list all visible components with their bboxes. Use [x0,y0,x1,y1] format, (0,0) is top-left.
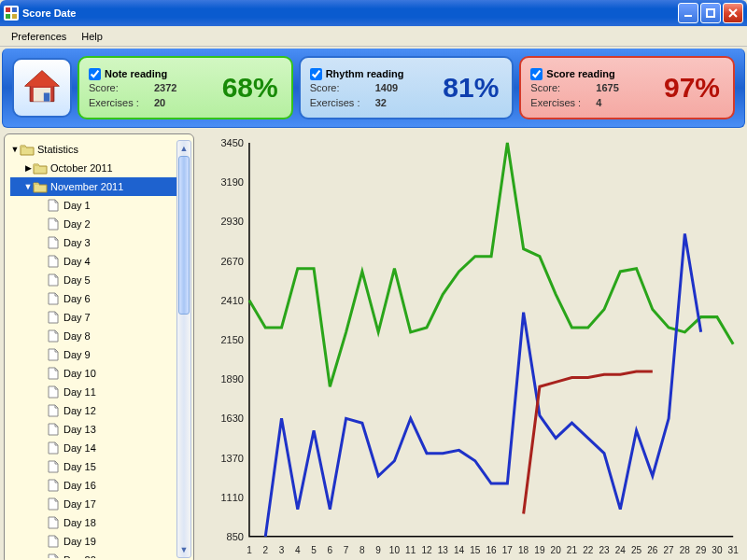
svg-text:17: 17 [502,545,514,555]
tree-day[interactable]: Day 8 [10,327,191,345]
svg-text:3450: 3450 [220,137,244,148]
tree-day[interactable]: Day 18 [10,513,191,532]
svg-rect-4 [12,14,17,19]
svg-text:3190: 3190 [220,176,244,188]
scroll-up-button[interactable]: ▲ [177,141,190,156]
menu-bar: Preferences Help [0,26,747,47]
tree-day[interactable]: Day 5 [10,271,191,289]
tree-label: Day 8 [63,330,91,342]
svg-text:29: 29 [696,545,707,555]
home-button[interactable] [12,58,72,118]
tree-label: Day 18 [63,517,96,528]
tree-day[interactable]: Day 1 [10,196,191,215]
exercises-value: 4 [596,97,642,108]
tree-day[interactable]: Day 9 [10,345,191,364]
tree-month-november-2011[interactable]: ▼November 2011 [10,177,191,196]
document-icon [46,441,61,455]
tree-day[interactable]: Day 3 [10,233,191,252]
tree-day[interactable]: Day 15 [10,457,191,476]
toggle-rhythm-checkbox[interactable] [310,68,322,80]
svg-rect-3 [6,14,10,19]
series-green [249,143,733,386]
svg-text:31: 31 [728,545,740,555]
svg-text:13: 13 [438,545,449,555]
tree-day[interactable]: Day 14 [10,439,191,457]
document-icon [46,497,61,511]
tree-day[interactable]: Day 10 [10,364,191,383]
svg-text:2: 2 [262,545,268,555]
svg-text:12: 12 [421,545,432,555]
document-icon [46,273,61,287]
card-title: Score reading [546,68,614,79]
score-label: Score: [310,82,375,93]
score-value: 1675 [596,82,642,93]
scroll-down-button[interactable]: ▼ [177,542,190,557]
document-icon [46,423,61,436]
tree-day[interactable]: Day 13 [10,420,191,439]
svg-text:24: 24 [615,545,627,555]
document-icon [46,348,61,361]
toggle-note-checkbox[interactable] [89,68,101,80]
tree-day[interactable]: Day 7 [10,308,191,327]
tree-day[interactable]: Day 6 [10,289,191,308]
maximize-button[interactable] [700,3,721,23]
tree-root-statistics[interactable]: ▼Statistics [10,140,191,159]
svg-text:22: 22 [583,545,594,555]
stat-card-rhythm: Rhythm reading Score:1409 Exercises :32 … [299,56,514,119]
svg-text:3: 3 [279,545,285,555]
svg-text:28: 28 [680,545,691,555]
document-icon [46,255,61,268]
svg-text:2410: 2410 [220,295,244,306]
menu-preferences[interactable]: Preferences [4,29,74,44]
card-title: Rhythm reading [326,68,404,79]
tree-day[interactable]: Day 11 [10,383,191,401]
menu-help[interactable]: Help [74,29,110,44]
tree-label: Day 1 [63,200,91,211]
stat-card-note: Note reading Score:2372 Exercises :20 68… [78,56,293,119]
folder-icon [20,143,35,156]
tree-day[interactable]: Day 16 [10,476,191,495]
tree-scrollbar[interactable]: ▲ ▼ [176,140,191,558]
document-icon [46,199,61,212]
scroll-thumb[interactable] [178,156,190,315]
svg-text:6: 6 [328,545,333,555]
document-icon [46,311,61,324]
tree-day[interactable]: Day 19 [10,532,191,551]
tree-label: November 2011 [50,181,123,192]
svg-text:1890: 1890 [220,373,244,385]
line-chart: 8501110137016301890215024102670293031903… [202,133,743,560]
tree-label: Day 20 [63,554,96,558]
svg-text:10: 10 [389,545,401,555]
tree-label: Day 14 [63,442,96,454]
tree-label: Day 15 [63,461,96,472]
svg-rect-1 [6,7,10,12]
svg-rect-5 [684,15,692,17]
tree-month-october-2011[interactable]: ▶October 2011 [10,159,191,177]
svg-text:23: 23 [599,545,610,555]
tree-day[interactable]: Day 4 [10,252,191,271]
stat-panel: Note reading Score:2372 Exercises :20 68… [2,49,745,128]
tree-label: Day 12 [63,405,96,416]
document-icon [46,460,61,473]
toggle-score-checkbox[interactable] [530,68,543,80]
tree-day[interactable]: Day 12 [10,401,191,420]
exercises-label: Exercises : [530,97,596,108]
tree-day[interactable]: Day 20 [10,551,191,558]
tree-label: October 2011 [50,162,113,174]
svg-text:1110: 1110 [220,492,244,503]
tree-label: Day 2 [63,218,91,230]
tree-label: Day 17 [63,498,96,510]
document-icon [46,329,61,343]
folder-icon [33,180,48,193]
tree-day[interactable]: Day 17 [10,495,191,513]
document-icon [46,236,61,249]
exercises-label: Exercises : [89,97,154,108]
tree-label: Day 16 [63,480,96,491]
close-button[interactable] [723,3,743,23]
tree-label: Day 3 [63,237,91,248]
minimize-button[interactable] [678,3,698,23]
percent-value: 81% [443,72,502,104]
tree-day[interactable]: Day 2 [10,215,191,233]
chart-area: 8501110137016301890215024102670293031903… [202,133,743,560]
document-icon [46,516,61,529]
